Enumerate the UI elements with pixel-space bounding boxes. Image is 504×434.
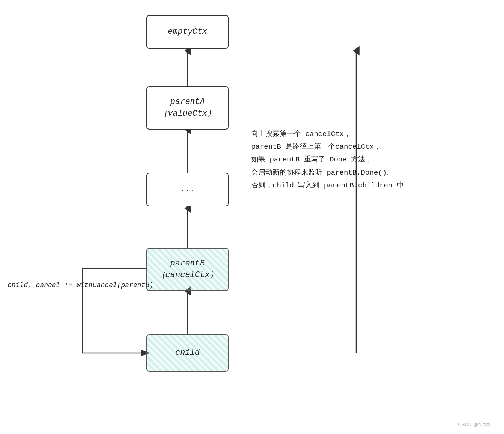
box-child: child xyxy=(146,334,229,372)
box-parentb-label: parentB （cancelCtx） xyxy=(157,258,218,281)
box-emptyctx: emptyCtx xyxy=(146,15,229,49)
box-emptyctx-label: emptyCtx xyxy=(168,26,207,38)
annotation-line-3: 如果 parentB 重写了 Done 方法， xyxy=(251,153,404,166)
box-parenta: parentA （valueCtx） xyxy=(146,86,229,130)
box-child-label: child xyxy=(175,347,200,359)
annotation-line-5: 否则，child 写入到 parentB.children 中 xyxy=(251,179,404,192)
watermark: CSDN @rubys_ xyxy=(458,422,493,427)
annotation-main: 向上搜索第一个 cancelCtx， parentB 是路径上第一个cancel… xyxy=(251,128,404,192)
annotation-line-2: parentB 是路径上第一个cancelCtx， xyxy=(251,140,404,153)
box-parentb: parentB （cancelCtx） xyxy=(146,248,229,291)
annotation-line-4: 会启动新的协程来监听 parentB.Done()。 xyxy=(251,166,404,179)
diagram-container: emptyCtx parentA （valueCtx） ... parentB … xyxy=(0,0,504,434)
box-parenta-label: parentA （valueCtx） xyxy=(159,96,216,120)
annotation-line-1: 向上搜索第一个 cancelCtx， xyxy=(251,128,404,140)
arrows-svg xyxy=(0,0,504,434)
code-label: child, cancel := WithCancel(parentB) xyxy=(8,282,153,289)
box-ellipsis-label: ... xyxy=(180,184,195,196)
box-ellipsis: ... xyxy=(146,173,229,206)
